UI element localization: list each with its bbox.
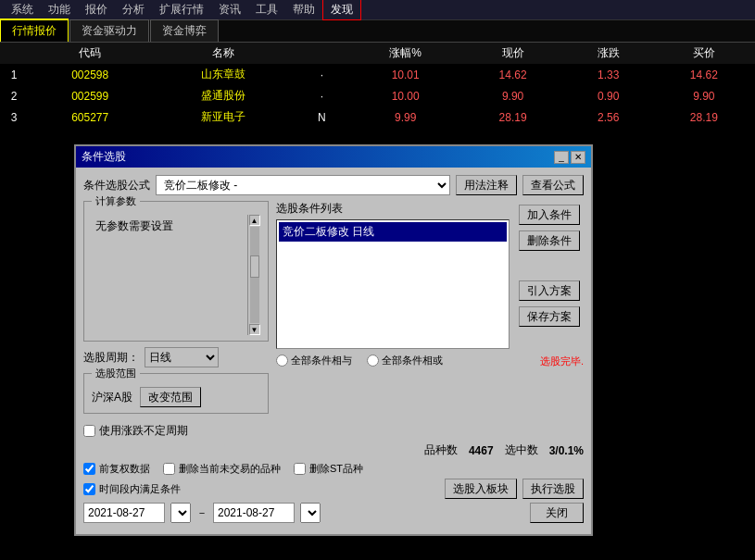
menu-help[interactable]: 帮助 [285, 0, 322, 19]
dialog-titlebar: 条件选股 _ ✕ [76, 146, 591, 168]
row3-buy: 28.19 [653, 106, 755, 128]
date-to-input[interactable] [213, 503, 295, 523]
params-scrollbar[interactable]: ▲ ▼ [247, 215, 260, 335]
radio-all-and[interactable]: 全部条件相与 [276, 354, 352, 367]
date-from-input[interactable] [83, 503, 165, 523]
tab-capital-game[interactable]: 资金博弈 [150, 19, 219, 42]
radio-all-and-input[interactable] [276, 355, 288, 367]
complete-text: 选股完毕. [458, 355, 584, 368]
menu-extended[interactable]: 扩展行情 [152, 0, 211, 19]
radio-all-and-label: 全部条件相与 [291, 354, 352, 367]
right-content: 选股条件列表 竞价二板修改 日线 加入条件 删除条件 引入方案 保存方案 [276, 201, 584, 349]
menu-system[interactable]: 系统 [4, 0, 41, 19]
condition-item[interactable]: 竞价二板修改 日线 [279, 222, 507, 242]
row1-price: 14.62 [461, 64, 563, 85]
check-period-satisfy-label: 时间段内满足条件 [99, 482, 181, 496]
row1-name: 山东章鼓 [152, 64, 294, 85]
stock-table-area: 代码 名称 涨幅% 现价 涨跌 买价 1 002598 山东章鼓 · 10.01… [0, 43, 755, 128]
row3-tag: N [295, 106, 349, 128]
scroll-thumb[interactable] [250, 255, 259, 278]
tab-bar: 行情报价 资金驱动力 资金博弈 [0, 20, 755, 43]
condition-list[interactable]: 竞价二板修改 日线 [276, 219, 510, 349]
tab-market-quote[interactable]: 行情报价 [0, 19, 69, 42]
btn-save-plan[interactable]: 保存方案 [519, 306, 580, 327]
btn-delete-condition[interactable]: 删除条件 [519, 230, 580, 251]
dialog-title: 条件选股 [82, 149, 126, 165]
condition-list-area: 选股条件列表 竞价二板修改 日线 [276, 201, 510, 349]
row2-name: 盛通股份 [152, 85, 294, 106]
check-delete-inactive-label: 删除当前未交易的品种 [179, 462, 281, 476]
th-change: 涨跌 [564, 43, 653, 64]
dialog-body: 条件选股公式 竞价二板修改 - 用法注释 查看公式 计算参数 无参数需要设置 [76, 168, 591, 534]
check-delete-st[interactable] [294, 463, 306, 475]
menu-quote[interactable]: 报价 [78, 0, 115, 19]
formula-row: 条件选股公式 竞价二板修改 - 用法注释 查看公式 [83, 175, 584, 195]
th-pct: 涨幅% [349, 43, 461, 64]
formula-label: 条件选股公式 [83, 178, 150, 193]
row3-pct: 9.99 [349, 106, 461, 128]
btn-usage[interactable]: 用法注释 [456, 175, 517, 195]
scroll-down-arrow[interactable]: ▼ [249, 324, 260, 335]
check-row-2: 时间段内满足条件 选股入板块 执行选股 [83, 479, 584, 499]
btn-execute-select[interactable]: 执行选股 [522, 479, 584, 499]
menu-discover[interactable]: 发现 [322, 0, 361, 20]
btn-change-scope[interactable]: 改变范围 [140, 387, 201, 407]
irregular-row: 使用涨跌不定周期 [83, 423, 584, 439]
check-period-satisfy[interactable] [83, 483, 95, 495]
row2-code: 002599 [28, 85, 152, 106]
row1-code: 002598 [28, 64, 152, 85]
btn-add-condition[interactable]: 加入条件 [519, 205, 580, 225]
table-row[interactable]: 3 605277 新亚电子 N 9.99 28.19 2.56 28.19 [0, 106, 755, 128]
titlebar-buttons: _ ✕ [554, 151, 585, 164]
two-col-layout: 计算参数 无参数需要设置 ▲ ▼ [83, 201, 584, 419]
status-row: 品种数 4467 选中数 3/0.1% [83, 442, 584, 458]
period-select[interactable]: 日线 [145, 347, 219, 367]
row1-num: 1 [0, 64, 28, 85]
menu-analysis[interactable]: 分析 [115, 0, 152, 19]
params-area: 无参数需要设置 ▲ ▼ [92, 215, 260, 335]
menu-tools[interactable]: 工具 [248, 0, 285, 19]
scroll-track [250, 227, 259, 323]
main-area: 代码 名称 涨幅% 现价 涨跌 买价 1 002598 山东章鼓 · 10.01… [0, 43, 755, 560]
row3-name: 新亚电子 [152, 106, 294, 128]
date-from-dropdown[interactable] [170, 503, 191, 523]
check-delete-inactive[interactable] [163, 463, 175, 475]
row2-num: 2 [0, 85, 28, 106]
btn-view-formula[interactable]: 查看公式 [522, 175, 584, 195]
row2-buy: 9.90 [653, 85, 755, 106]
row3-code: 605277 [28, 106, 152, 128]
period-row: 选股周期： 日线 [83, 347, 269, 367]
table-row[interactable]: 2 002599 盛通股份 · 10.00 9.90 0.90 9.90 [0, 85, 755, 106]
check-row-1: 前复权数据 删除当前未交易的品种 删除ST品种 [83, 462, 584, 476]
scroll-up-arrow[interactable]: ▲ [249, 215, 260, 226]
row1-change: 1.33 [564, 64, 653, 85]
btn-close-dialog[interactable]: 关闭 [530, 503, 584, 523]
date-to-dropdown[interactable] [300, 503, 321, 523]
btn-select-pool[interactable]: 选股入板块 [445, 479, 517, 499]
menu-info[interactable]: 资讯 [211, 0, 248, 19]
table-row[interactable]: 1 002598 山东章鼓 · 10.01 14.62 1.33 14.62 [0, 64, 755, 85]
radio-all-or-input[interactable] [367, 355, 379, 367]
th-code: 代码 [28, 43, 152, 64]
selected-label: 选中数 [505, 442, 538, 458]
row1-tag: · [295, 64, 349, 85]
minimize-button[interactable]: _ [554, 151, 569, 164]
scope-inner: 沪深A股 改变范围 [92, 387, 260, 407]
radio-all-or[interactable]: 全部条件相或 [367, 354, 443, 367]
condition-stock-dialog: 条件选股 _ ✕ 条件选股公式 竞价二板修改 - 用法注释 查看公式 [74, 144, 593, 536]
selected-value: 3/0.1% [549, 444, 584, 457]
irregular-period-checkbox[interactable] [83, 425, 95, 437]
th-buy: 买价 [653, 43, 755, 64]
tab-capital-drive[interactable]: 资金驱动力 [69, 19, 149, 42]
menu-bar: 系统 功能 报价 分析 扩展行情 资讯 工具 帮助 发现 [0, 0, 755, 20]
check-prev-restore-label: 前复权数据 [99, 462, 150, 476]
formula-select[interactable]: 竞价二板修改 - [156, 175, 450, 195]
btn-import-plan[interactable]: 引入方案 [519, 280, 580, 301]
close-button[interactable]: ✕ [571, 151, 585, 164]
condition-list-label: 选股条件列表 [276, 201, 510, 217]
date-row: － 关闭 [83, 503, 584, 523]
menu-function[interactable]: 功能 [41, 0, 78, 19]
th-tag [295, 43, 349, 64]
scope-group-title: 选股范围 [92, 367, 140, 380]
check-prev-restore[interactable] [83, 463, 95, 475]
